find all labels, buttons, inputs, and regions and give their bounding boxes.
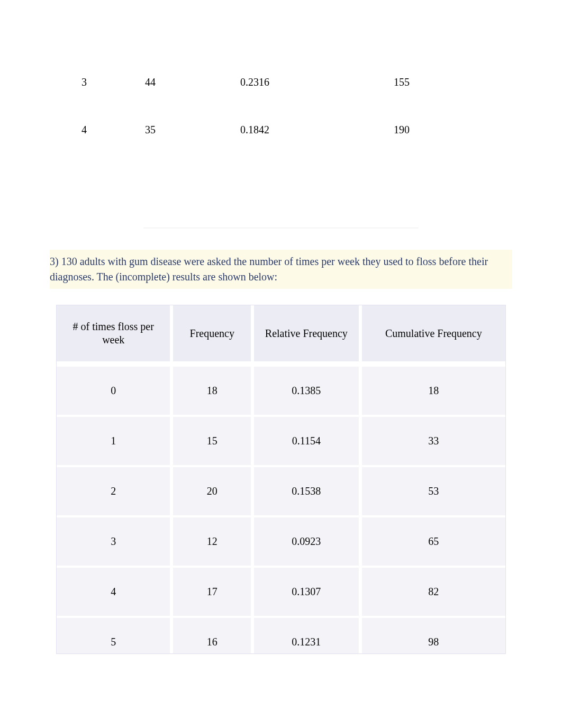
table-row: 5 16 0.1231 98 bbox=[57, 616, 505, 653]
cell-value: 3 bbox=[57, 515, 173, 566]
cell-value: 33 bbox=[362, 415, 505, 465]
frequency-table: # of times floss per week Frequency Rela… bbox=[56, 305, 506, 654]
table-row: 3 12 0.0923 65 bbox=[57, 515, 505, 566]
table-row: 3 44 0.2316 155 bbox=[79, 58, 509, 106]
cell-value: 18 bbox=[173, 365, 254, 415]
table-header-row: # of times floss per week Frequency Rela… bbox=[57, 305, 505, 365]
cell-value: 0.1154 bbox=[254, 415, 362, 465]
cell-value: 0 bbox=[57, 365, 173, 415]
question-text: 3) 130 adults with gum disease were aske… bbox=[50, 250, 512, 289]
table-row: 4 35 0.1842 190 bbox=[79, 106, 509, 153]
divider bbox=[143, 228, 419, 229]
cell-value: 0.1307 bbox=[254, 566, 362, 616]
cell-value: 190 bbox=[346, 124, 410, 136]
cell-value: 0.1231 bbox=[254, 616, 362, 653]
table-row: 2 20 0.1538 53 bbox=[57, 465, 505, 515]
cell-value: 0.2316 bbox=[240, 76, 346, 88]
cell-value: 98 bbox=[362, 616, 505, 653]
cell-value: 4 bbox=[57, 566, 173, 616]
cell-value: 4 bbox=[79, 124, 145, 136]
cell-value: 1 bbox=[57, 415, 173, 465]
table-row: 1 15 0.1154 33 bbox=[57, 415, 505, 465]
cell-value: 155 bbox=[346, 76, 410, 88]
cell-value: 12 bbox=[173, 515, 254, 566]
cell-value: 0.0923 bbox=[254, 515, 362, 566]
cell-value: 2 bbox=[57, 465, 173, 515]
header-cumulative-frequency: Cumulative Frequency bbox=[362, 305, 505, 365]
cell-value: 16 bbox=[173, 616, 254, 653]
cell-value: 82 bbox=[362, 566, 505, 616]
cell-value: 35 bbox=[145, 124, 240, 136]
cell-value: 3 bbox=[79, 76, 145, 88]
table-row: 0 18 0.1385 18 bbox=[57, 365, 505, 415]
cell-value: 53 bbox=[362, 465, 505, 515]
table-row: 4 17 0.1307 82 bbox=[57, 566, 505, 616]
cell-value: 44 bbox=[145, 76, 240, 88]
cell-value: 17 bbox=[173, 566, 254, 616]
cell-value: 15 bbox=[173, 415, 254, 465]
cell-value: 0.1538 bbox=[254, 465, 362, 515]
header-relative-frequency: Relative Frequency bbox=[254, 305, 362, 365]
cell-value: 0.1385 bbox=[254, 365, 362, 415]
header-floss-per-week: # of times floss per week bbox=[57, 305, 173, 365]
page-cut-fade bbox=[0, 710, 562, 728]
header-frequency: Frequency bbox=[173, 305, 254, 365]
cell-value: 65 bbox=[362, 515, 505, 566]
cell-value: 5 bbox=[57, 616, 173, 653]
cell-value: 18 bbox=[362, 365, 505, 415]
cell-value: 20 bbox=[173, 465, 254, 515]
prior-table-rows: 3 44 0.2316 155 4 35 0.1842 190 bbox=[79, 58, 509, 153]
cell-value: 0.1842 bbox=[240, 124, 346, 136]
